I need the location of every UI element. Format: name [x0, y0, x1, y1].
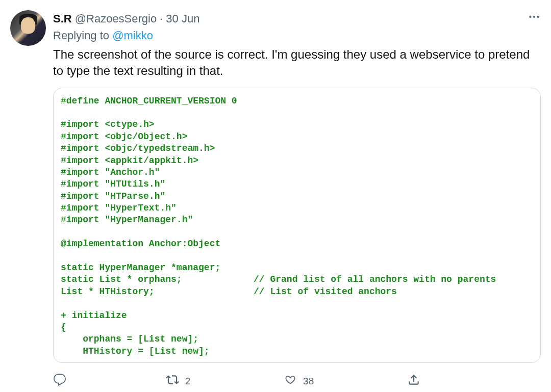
svg-point-0 — [529, 16, 531, 18]
user-handle[interactable]: @RazoesSergio — [75, 11, 157, 27]
tweet: S.R @RazoesSergio · 30 Jun Replying to @… — [10, 10, 541, 389]
avatar[interactable] — [10, 10, 46, 46]
tweet-actions: 2 38 — [53, 373, 420, 389]
retweet-button[interactable]: 2 — [166, 373, 191, 389]
display-name[interactable]: S.R — [53, 11, 72, 27]
like-count: 38 — [303, 376, 314, 387]
replying-to: Replying to @mikko — [53, 29, 541, 42]
retweet-count: 2 — [185, 376, 191, 387]
share-button[interactable] — [407, 373, 420, 389]
replying-prefix: Replying to — [53, 29, 112, 42]
more-button[interactable] — [528, 10, 541, 28]
tweet-body: The screenshot of the source is correct.… — [53, 46, 541, 80]
like-button[interactable]: 38 — [284, 373, 314, 389]
replying-to-link[interactable]: @mikko — [112, 29, 153, 42]
share-icon — [407, 373, 420, 389]
heart-icon — [284, 373, 297, 389]
reply-icon — [53, 373, 66, 389]
separator-dot: · — [160, 11, 163, 27]
tweet-content: S.R @RazoesSergio · 30 Jun Replying to @… — [53, 10, 541, 389]
tweet-header: S.R @RazoesSergio · 30 Jun — [53, 10, 541, 28]
reply-button[interactable] — [53, 373, 72, 389]
retweet-icon — [166, 373, 179, 389]
code-content: #define ANCHOR_CURRENT_VERSION 0 #import… — [61, 95, 533, 358]
svg-point-1 — [533, 16, 535, 18]
more-icon — [528, 10, 541, 23]
tweet-date[interactable]: 30 Jun — [166, 11, 199, 27]
svg-point-2 — [537, 16, 539, 18]
code-image-card[interactable]: #define ANCHOR_CURRENT_VERSION 0 #import… — [53, 88, 541, 363]
